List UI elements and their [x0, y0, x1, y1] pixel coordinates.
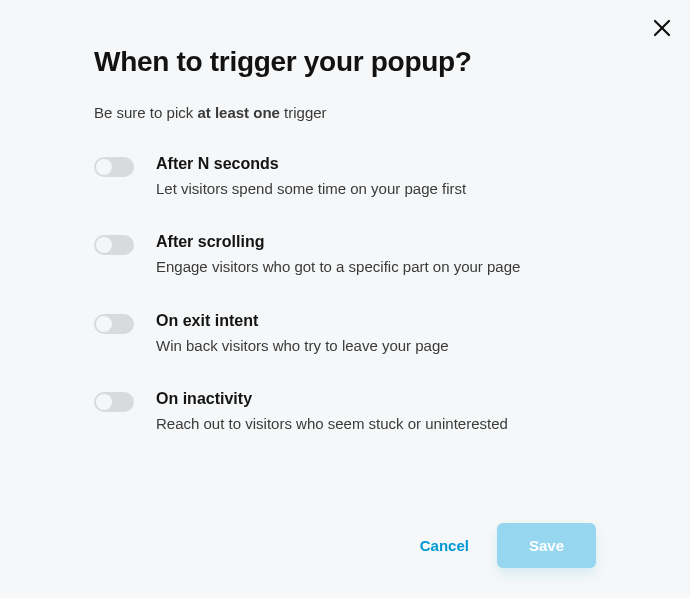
option-desc: Engage visitors who got to a specific pa… — [156, 257, 596, 277]
toggle-after-n-seconds[interactable] — [94, 157, 134, 177]
option-text: On inactivity Reach out to visitors who … — [156, 390, 596, 434]
option-desc: Win back visitors who try to leave your … — [156, 336, 596, 356]
modal-subtitle: Be sure to pick at least one trigger — [94, 104, 596, 121]
option-title: After scrolling — [156, 233, 596, 251]
subtitle-post: trigger — [280, 104, 327, 121]
option-title: After N seconds — [156, 155, 596, 173]
option-desc: Reach out to visitors who seem stuck or … — [156, 414, 596, 434]
subtitle-bold: at least one — [197, 104, 280, 121]
modal-title: When to trigger your popup? — [94, 46, 596, 78]
trigger-option-list: After N seconds Let visitors spend some … — [94, 155, 596, 434]
toggle-after-scrolling[interactable] — [94, 235, 134, 255]
toggle-on-inactivity[interactable] — [94, 392, 134, 412]
option-after-scrolling: After scrolling Engage visitors who got … — [94, 233, 596, 277]
option-on-exit-intent: On exit intent Win back visitors who try… — [94, 312, 596, 356]
option-title: On inactivity — [156, 390, 596, 408]
option-on-inactivity: On inactivity Reach out to visitors who … — [94, 390, 596, 434]
close-icon — [652, 18, 672, 38]
save-button[interactable]: Save — [497, 523, 596, 568]
option-text: On exit intent Win back visitors who try… — [156, 312, 596, 356]
toggle-on-exit-intent[interactable] — [94, 314, 134, 334]
trigger-settings-modal: When to trigger your popup? Be sure to p… — [0, 0, 690, 598]
modal-footer: Cancel Save — [420, 523, 596, 568]
option-text: After N seconds Let visitors spend some … — [156, 155, 596, 199]
subtitle-pre: Be sure to pick — [94, 104, 197, 121]
close-button[interactable] — [652, 18, 672, 38]
option-title: On exit intent — [156, 312, 596, 330]
cancel-button[interactable]: Cancel — [420, 527, 469, 564]
option-text: After scrolling Engage visitors who got … — [156, 233, 596, 277]
option-desc: Let visitors spend some time on your pag… — [156, 179, 596, 199]
modal-content: When to trigger your popup? Be sure to p… — [0, 0, 690, 434]
option-after-n-seconds: After N seconds Let visitors spend some … — [94, 155, 596, 199]
